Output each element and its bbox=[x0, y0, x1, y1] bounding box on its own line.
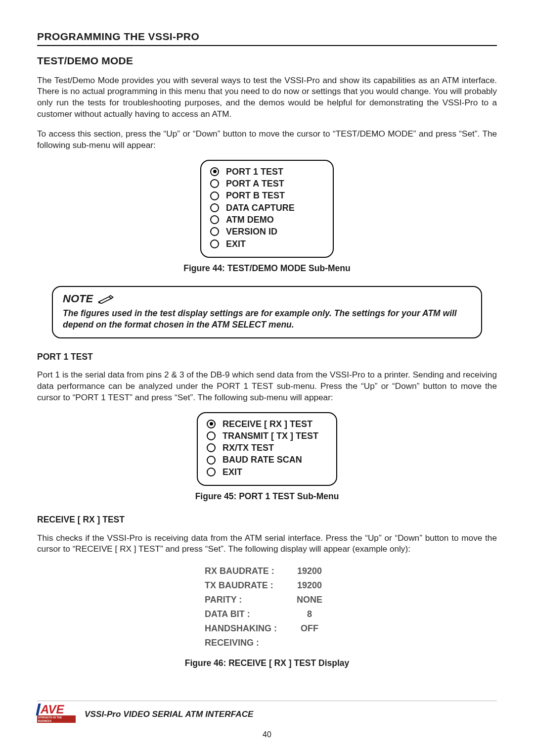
footer-content: AVE STRENGTH IN THE BUSINESS VSSI-Pro VI… bbox=[37, 705, 497, 723]
logo-tagline: STRENGTH IN THE BUSINESS bbox=[37, 715, 76, 723]
note-title: NOTE bbox=[63, 292, 471, 306]
settings-row: PARITY :NONE bbox=[199, 593, 335, 607]
menu-label: EXIT bbox=[226, 238, 246, 250]
settings-value: NONE bbox=[284, 593, 335, 607]
figure-caption-45: Figure 45: PORT 1 TEST Sub-Menu bbox=[37, 491, 497, 502]
radio-empty-icon bbox=[207, 468, 216, 476]
settings-key: HANDSHAKING : bbox=[199, 622, 283, 635]
document-page: PROGRAMMING THE VSSI-PRO TEST/DEMO MODE … bbox=[0, 0, 534, 756]
header-rule bbox=[37, 45, 497, 46]
page-footer: AVE STRENGTH IN THE BUSINESS VSSI-Pro VI… bbox=[37, 699, 497, 740]
section-heading-port1-test: PORT 1 TEST bbox=[37, 351, 497, 363]
settings-key: PARITY : bbox=[199, 593, 283, 607]
logo-text: AVE bbox=[37, 704, 76, 715]
menu-label: BAUD RATE SCAN bbox=[222, 454, 302, 466]
paragraph: To access this section, press the “Up” o… bbox=[37, 128, 497, 150]
settings-value: 8 bbox=[284, 608, 335, 621]
radio-empty-icon bbox=[210, 179, 219, 188]
figure-caption-44: Figure 44: TEST/DEMO MODE Sub-Menu bbox=[37, 263, 497, 274]
menu-label: DATA CAPTURE bbox=[226, 202, 295, 214]
running-header: PROGRAMMING THE VSSI-PRO bbox=[37, 30, 497, 43]
paragraph: Port 1 is the serial data from pins 2 & … bbox=[37, 369, 497, 403]
section-heading-receive-rx-test: RECEIVE [ RX ] TEST bbox=[37, 514, 497, 525]
menu-item-exit[interactable]: EXIT bbox=[210, 238, 315, 250]
menu-label: EXIT bbox=[222, 466, 242, 478]
menu-item-transmit-tx-test[interactable]: TRANSMIT [ TX ] TEST bbox=[207, 430, 318, 442]
radio-empty-icon bbox=[210, 191, 219, 200]
section-heading-test-demo: TEST/DEMO MODE bbox=[37, 54, 497, 67]
submenu-port1-test: RECEIVE [ RX ] TEST TRANSMIT [ TX ] TEST… bbox=[37, 412, 497, 486]
menu-item-version-id[interactable]: VERSION ID bbox=[210, 226, 315, 237]
menu-item-port1-test[interactable]: PORT 1 TEST bbox=[210, 166, 315, 178]
submenu-box: PORT 1 TEST PORT A TEST PORT B TEST DATA… bbox=[200, 160, 334, 258]
menu-label: TRANSMIT [ TX ] TEST bbox=[222, 430, 318, 442]
paragraph: This checks if the VSSI-Pro is receiving… bbox=[37, 532, 497, 555]
menu-label: RX/TX TEST bbox=[222, 442, 274, 454]
page-number: 40 bbox=[37, 730, 497, 740]
radio-empty-icon bbox=[210, 215, 219, 224]
menu-label: PORT 1 TEST bbox=[226, 166, 283, 178]
settings-table: RX BAUDRATE :19200 TX BAUDRATE :19200 PA… bbox=[198, 564, 336, 651]
settings-value: 19200 bbox=[284, 565, 335, 578]
radio-empty-icon bbox=[207, 456, 216, 465]
settings-row: TX BAUDRATE :19200 bbox=[199, 579, 335, 592]
settings-key: DATA BIT : bbox=[199, 608, 283, 621]
menu-item-atm-demo[interactable]: ATM DEMO bbox=[210, 214, 315, 226]
menu-item-receive-rx-test[interactable]: RECEIVE [ RX ] TEST bbox=[207, 418, 318, 430]
rx-test-display: RX BAUDRATE :19200 TX BAUDRATE :19200 PA… bbox=[37, 564, 497, 651]
figure-caption-46: Figure 46: RECEIVE [ RX ] TEST Display bbox=[37, 658, 497, 669]
settings-row: RX BAUDRATE :19200 bbox=[199, 565, 335, 578]
radio-empty-icon bbox=[210, 227, 219, 236]
footer-rule bbox=[37, 701, 497, 701]
menu-label: RECEIVE [ RX ] TEST bbox=[222, 418, 312, 430]
menu-item-rx-tx-test[interactable]: RX/TX TEST bbox=[207, 442, 318, 454]
pencil-icon bbox=[98, 295, 111, 303]
settings-key: RX BAUDRATE : bbox=[199, 565, 283, 578]
menu-label: PORT B TEST bbox=[226, 189, 285, 201]
settings-key: TX BAUDRATE : bbox=[199, 579, 283, 592]
menu-item-baud-rate-scan[interactable]: BAUD RATE SCAN bbox=[207, 454, 318, 466]
radio-selected-icon bbox=[207, 420, 216, 428]
ave-logo: AVE STRENGTH IN THE BUSINESS bbox=[37, 705, 76, 723]
footer-product-name: VSSI-Pro VIDEO SERIAL ATM INTERFACE bbox=[85, 709, 254, 719]
note-body: The figures used in the test display set… bbox=[63, 308, 471, 331]
menu-label: VERSION ID bbox=[226, 226, 277, 237]
note-title-text: NOTE bbox=[63, 292, 93, 306]
radio-empty-icon bbox=[210, 239, 219, 248]
note-callout: NOTE The figures used in the test displa… bbox=[37, 286, 497, 338]
submenu-box: RECEIVE [ RX ] TEST TRANSMIT [ TX ] TEST… bbox=[197, 412, 337, 486]
settings-value: OFF bbox=[284, 622, 335, 635]
settings-value: 19200 bbox=[284, 579, 335, 592]
menu-item-data-capture[interactable]: DATA CAPTURE bbox=[210, 202, 315, 214]
radio-empty-icon bbox=[207, 443, 216, 452]
radio-empty-icon bbox=[210, 203, 219, 212]
settings-row: RECEIVING : bbox=[199, 636, 335, 650]
settings-value bbox=[284, 636, 335, 650]
logo-main-text: AVE bbox=[41, 704, 64, 715]
menu-item-port-b-test[interactable]: PORT B TEST bbox=[210, 189, 315, 201]
radio-selected-icon bbox=[210, 167, 219, 176]
menu-label: PORT A TEST bbox=[226, 178, 284, 189]
note-box: NOTE The figures used in the test displa… bbox=[52, 286, 482, 338]
menu-item-port-a-test[interactable]: PORT A TEST bbox=[210, 178, 315, 189]
menu-label: ATM DEMO bbox=[226, 214, 274, 226]
submenu-test-demo: PORT 1 TEST PORT A TEST PORT B TEST DATA… bbox=[37, 160, 497, 258]
settings-row: DATA BIT :8 bbox=[199, 608, 335, 621]
settings-key: RECEIVING : bbox=[199, 636, 283, 650]
radio-empty-icon bbox=[207, 431, 216, 440]
menu-item-exit[interactable]: EXIT bbox=[207, 466, 318, 478]
paragraph: The Test/Demo Mode provides you with sev… bbox=[37, 75, 497, 120]
settings-row: HANDSHAKING :OFF bbox=[199, 622, 335, 635]
